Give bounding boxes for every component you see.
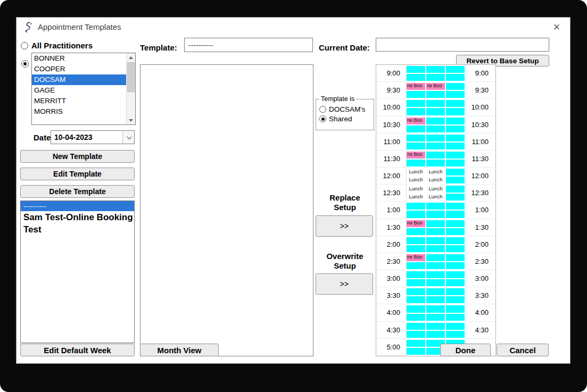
- schedule-slot-booking[interactable]: ne Boo: [407, 152, 425, 159]
- schedule-slot-open[interactable]: [407, 279, 425, 286]
- schedule-slot-open[interactable]: [426, 118, 445, 124]
- schedule-slot-lunch[interactable]: Lunch: [426, 177, 445, 184]
- schedule-slot-open[interactable]: [446, 66, 465, 73]
- schedule-slot-open[interactable]: [446, 91, 465, 98]
- schedule-slot-open[interactable]: [446, 74, 465, 81]
- schedule-slot-open[interactable]: [446, 100, 465, 107]
- schedule-slot-open[interactable]: [426, 100, 445, 107]
- template-item[interactable]: ----------: [21, 201, 134, 211]
- schedule-slot-booking[interactable]: ne Boo: [426, 83, 445, 90]
- schedule-slot-open[interactable]: [446, 152, 465, 159]
- schedule-slot-open[interactable]: [446, 237, 465, 244]
- schedule-slot-lunch[interactable]: Lunch: [426, 186, 445, 193]
- schedule-slot-lunch[interactable]: Lunch: [407, 177, 425, 184]
- schedule-slot-open[interactable]: [426, 305, 445, 312]
- schedule-slot-lunch[interactable]: Lunch: [426, 194, 445, 201]
- schedule-slot-open[interactable]: [426, 279, 445, 286]
- schedule-slot-open[interactable]: [446, 228, 465, 235]
- schedule-slot-open[interactable]: [407, 211, 425, 218]
- close-button[interactable]: ×: [550, 20, 564, 34]
- schedule-slot-open[interactable]: [426, 262, 445, 269]
- schedule-slot-open[interactable]: [407, 74, 425, 81]
- schedule-slot-open[interactable]: [407, 296, 425, 303]
- schedule-slot-open[interactable]: [407, 126, 425, 132]
- schedule-slot-open[interactable]: [407, 348, 425, 355]
- scrollbar-thumb[interactable]: [127, 62, 135, 92]
- practitioner-item[interactable]: MORRIS: [32, 106, 127, 117]
- schedule-slot-open[interactable]: [446, 194, 465, 201]
- template-week-panel[interactable]: [140, 64, 313, 356]
- schedule-slot-open[interactable]: [446, 143, 465, 149]
- practitioner-item[interactable]: DOCSAM: [32, 74, 127, 85]
- schedule-slot-open[interactable]: [426, 245, 445, 252]
- schedule-slot-open[interactable]: [426, 211, 445, 218]
- schedule-slot-open[interactable]: [446, 211, 465, 218]
- schedule-slot-open[interactable]: [446, 279, 465, 286]
- schedule-slot-open[interactable]: [407, 203, 425, 210]
- practitioner-item[interactable]: COOPER: [32, 64, 127, 74]
- scroll-up-button[interactable]: [127, 53, 135, 62]
- schedule-slot-open[interactable]: [407, 143, 425, 149]
- new-template-button[interactable]: New Template: [20, 150, 135, 163]
- schedule-slot-open[interactable]: [407, 262, 425, 269]
- template-listbox[interactable]: ----------Sam Test-Online BookingTest: [20, 201, 135, 343]
- schedule-slot-open[interactable]: [407, 331, 425, 338]
- template-is-option[interactable]: DOCSAM's: [319, 105, 370, 113]
- all-practitioners-option[interactable]: All Practitioners: [21, 41, 93, 50]
- scroll-down-button[interactable]: [127, 116, 135, 124]
- schedule-slot-open[interactable]: [446, 271, 465, 278]
- schedule-slot-open[interactable]: [426, 271, 445, 278]
- schedule-slot-open[interactable]: [446, 177, 465, 184]
- month-view-button[interactable]: Month View: [140, 344, 219, 356]
- schedule-slot-open[interactable]: [446, 220, 465, 227]
- cancel-button[interactable]: Cancel: [497, 344, 549, 356]
- schedule-slot-booking[interactable]: ne Boo: [407, 118, 425, 124]
- practitioner-scrollbar[interactable]: [126, 53, 135, 124]
- date-dropdown-button[interactable]: [122, 131, 134, 144]
- schedule-slot-open[interactable]: [426, 74, 445, 81]
- current-date-input[interactable]: [376, 38, 549, 52]
- schedule-slot-open[interactable]: [446, 245, 465, 252]
- schedule-slot-open[interactable]: [446, 83, 465, 90]
- schedule-slot-open[interactable]: [446, 203, 465, 210]
- schedule-slot-booking[interactable]: ne Boo: [407, 220, 425, 227]
- schedule-slot-open[interactable]: [446, 262, 465, 269]
- schedule-slot-open[interactable]: [446, 314, 465, 321]
- schedule-slot-open[interactable]: [446, 186, 465, 193]
- overwrite-setup-button[interactable]: >>: [316, 273, 373, 295]
- schedule-slot-open[interactable]: [407, 314, 425, 321]
- schedule-slot-open[interactable]: [426, 288, 445, 295]
- schedule-slot-lunch[interactable]: Lunch: [407, 169, 425, 176]
- schedule-slot-lunch[interactable]: Lunch: [407, 186, 425, 193]
- schedule-slot-open[interactable]: [407, 100, 425, 107]
- schedule-slot-open[interactable]: [426, 108, 445, 115]
- schedule-slot-open[interactable]: [426, 296, 445, 303]
- schedule-slot-open[interactable]: [407, 91, 425, 98]
- schedule-slot-open[interactable]: [446, 254, 465, 261]
- practitioner-listbox[interactable]: BONNERCOOPERDOCSAMGAGEMERRITTMORRIS: [31, 53, 136, 125]
- schedule-slot-open[interactable]: [407, 135, 425, 141]
- schedule-slot-lunch[interactable]: Lunch: [407, 194, 425, 201]
- schedule-slot-open[interactable]: [426, 254, 445, 261]
- schedule-slot-lunch[interactable]: Lunch: [426, 169, 445, 176]
- schedule-slot-open[interactable]: [446, 169, 465, 176]
- schedule-slot-open[interactable]: [407, 108, 425, 115]
- schedule-slot-open[interactable]: [426, 220, 445, 227]
- schedule-slot-open[interactable]: [426, 126, 445, 132]
- schedule-slot-open[interactable]: [407, 237, 425, 244]
- replace-setup-button[interactable]: >>: [316, 215, 373, 237]
- date-combobox[interactable]: 10-04-2023: [51, 130, 135, 144]
- schedule-slot-open[interactable]: [407, 228, 425, 235]
- schedule-slot-open[interactable]: [426, 91, 445, 98]
- all-practitioners-radio[interactable]: [21, 42, 28, 49]
- schedule-slot-open[interactable]: [426, 203, 445, 210]
- schedule-slot-open[interactable]: [426, 323, 445, 330]
- schedule-slot-open[interactable]: [407, 160, 425, 166]
- schedule-slot-open[interactable]: [426, 143, 445, 149]
- edit-default-week-button[interactable]: Edit Default Week: [20, 344, 135, 356]
- schedule-slot-open[interactable]: [446, 331, 465, 338]
- schedule-slot-open[interactable]: [426, 66, 445, 73]
- schedule-slot-open[interactable]: [446, 288, 465, 295]
- schedule-slot-open[interactable]: [426, 228, 445, 235]
- edit-template-button[interactable]: Edit Template: [20, 168, 135, 180]
